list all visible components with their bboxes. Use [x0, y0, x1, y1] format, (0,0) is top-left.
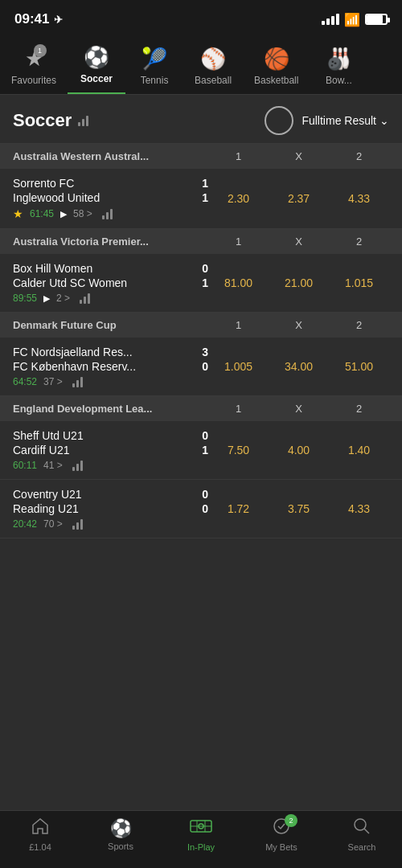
stats-chart-icon — [78, 115, 88, 126]
odds-x[interactable]: 4.00 — [269, 440, 329, 460]
odds-cells: 81.00 21.00 1.015 — [208, 273, 389, 293]
fulltime-result-button[interactable]: Fulltime Result ⌄ — [302, 114, 389, 127]
odds-header: 1 X 2 — [208, 235, 389, 248]
league-header: Australia Western Austral... 1 X 2 — [0, 144, 402, 169]
match-row: FC Nordsjaelland Res... 3 FC København R… — [0, 338, 402, 396]
cat-favourites[interactable]: ★ 1 Favourites — [0, 43, 68, 94]
odds-1[interactable]: 81.00 — [208, 273, 269, 293]
cat-label: Soccer — [80, 73, 113, 84]
live-indicator — [265, 106, 293, 135]
cat-basketball[interactable]: 🏀 Basketball — [243, 43, 310, 94]
cat-soccer[interactable]: ⚽ Soccer — [68, 42, 125, 94]
match-info: Sorrento FC 1 Inglewood United 1 ★ 61:45… — [13, 177, 208, 220]
nav-home[interactable]: £1.04 — [12, 817, 68, 852]
odds-2[interactable]: 1.40 — [329, 440, 389, 460]
cat-label: Favourites — [11, 75, 56, 86]
bowling-icon: 🎳 — [326, 47, 351, 72]
cat-label: Tennis — [141, 75, 169, 86]
odds-x[interactable]: 3.75 — [269, 499, 329, 518]
odds-cells: 7.50 4.00 1.40 — [208, 440, 389, 460]
cat-label: Baseball — [195, 75, 232, 86]
odds-header: 1 X 2 — [208, 150, 389, 162]
market-count[interactable]: 70 > — [43, 518, 63, 530]
bets-badge: 2 — [285, 814, 297, 827]
team-row: Reading U21 0 — [13, 502, 208, 515]
odds-2[interactable]: 1.015 — [329, 273, 389, 293]
league-header: Australia Victoria Premier... 1 X 2 — [0, 229, 402, 254]
odds-1[interactable]: 1.72 — [208, 499, 269, 518]
odds-1[interactable]: 7.50 — [208, 440, 269, 460]
inplay-icon — [189, 817, 213, 840]
team-row: Sorrento FC 1 — [13, 177, 208, 190]
status-icons: 📶 — [322, 12, 388, 27]
cat-label: Basketball — [254, 75, 298, 86]
nav-inplay[interactable]: In-Play — [173, 817, 229, 852]
svg-line-7 — [364, 829, 369, 833]
match-info: FC Nordsjaelland Res... 3 FC København R… — [13, 346, 208, 387]
bottom-nav: £1.04 ⚽ Sports In-Play 2 My — [0, 810, 402, 868]
stats-icon[interactable] — [102, 208, 113, 219]
basketball-icon: 🏀 — [264, 47, 289, 72]
nav-mybets[interactable]: 2 My Bets — [253, 817, 310, 852]
stats-icon[interactable] — [72, 376, 83, 387]
favourite-star[interactable]: ★ — [13, 207, 23, 220]
match-info: Coventry U21 0 Reading U21 0 20:42 70 > — [13, 488, 208, 530]
team-row: Sheff Utd U21 0 — [13, 429, 208, 442]
page-title: Soccer — [13, 110, 88, 131]
match-meta: 89:55 ▶ 2 > — [13, 293, 208, 304]
odds-cells: 1.72 3.75 4.33 — [208, 499, 389, 518]
nav-search[interactable]: Search — [334, 817, 390, 852]
cat-label: Bow... — [326, 75, 352, 86]
sports-icon: ⚽ — [110, 818, 132, 839]
odds-1[interactable]: 2.30 — [208, 189, 269, 208]
odds-header: 1 X 2 — [208, 319, 389, 331]
match-row: Sorrento FC 1 Inglewood United 1 ★ 61:45… — [0, 169, 402, 229]
team-row: Inglewood United 1 — [13, 191, 208, 204]
home-icon — [31, 819, 50, 839]
soccer-icon: ⚽ — [84, 45, 109, 70]
video-icon: ▶ — [43, 293, 50, 304]
cat-bowling[interactable]: 🎳 Bow... — [310, 43, 367, 94]
match-meta: 64:52 37 > — [13, 376, 208, 387]
battery-icon — [365, 14, 388, 25]
odds-2[interactable]: 4.33 — [329, 499, 389, 518]
wifi-icon: 📶 — [344, 12, 360, 27]
odds-2[interactable]: 4.33 — [329, 189, 389, 208]
odds-x[interactable]: 21.00 — [269, 273, 329, 293]
match-info: Box Hill Women 0 Calder Utd SC Women 1 8… — [13, 262, 208, 304]
odds-header: 1 X 2 — [208, 403, 389, 415]
stats-icon[interactable] — [80, 293, 90, 304]
cat-baseball[interactable]: ⚾ Baseball — [183, 43, 243, 94]
odds-2[interactable]: 51.00 — [329, 357, 389, 376]
status-time: 09:41 ✈ — [14, 11, 63, 27]
league-header: Denmark Future Cup 1 X 2 — [0, 313, 402, 338]
odds-x[interactable]: 34.00 — [269, 357, 329, 376]
nav-sports[interactable]: ⚽ Sports — [92, 818, 149, 851]
match-row: Box Hill Women 0 Calder Utd SC Women 1 8… — [0, 254, 402, 313]
search-icon — [352, 817, 371, 840]
market-count[interactable]: 41 > — [43, 460, 63, 471]
match-row: Coventry U21 0 Reading U21 0 20:42 70 > … — [0, 480, 402, 538]
chevron-down-icon: ⌄ — [379, 114, 389, 127]
signal-icon — [322, 14, 339, 25]
match-meta: 20:42 70 > — [13, 518, 208, 530]
tennis-icon: 🎾 — [142, 47, 167, 72]
match-meta: 60:11 41 > — [13, 460, 208, 471]
team-row: Calder Utd SC Women 1 — [13, 276, 208, 289]
odds-x[interactable]: 2.37 — [269, 189, 329, 208]
team-row: FC Nordsjaelland Res... 3 — [13, 346, 208, 358]
league-header: England Development Lea... 1 X 2 — [0, 396, 402, 421]
cat-tennis[interactable]: 🎾 Tennis — [125, 43, 183, 94]
team-row: FC København Reserv... 0 — [13, 360, 208, 373]
svg-point-6 — [355, 819, 366, 830]
status-bar: 09:41 ✈ 📶 — [0, 0, 402, 35]
stats-icon[interactable] — [72, 460, 83, 471]
stats-icon[interactable] — [72, 518, 83, 530]
odds-1[interactable]: 1.005 — [208, 357, 269, 376]
team-row: Cardiff U21 1 — [13, 444, 208, 457]
market-count[interactable]: 2 > — [56, 293, 70, 304]
market-count[interactable]: 58 > — [73, 208, 92, 219]
odds-cells: 2.30 2.37 4.33 — [208, 189, 389, 208]
baseball-icon: ⚾ — [200, 47, 226, 72]
market-count[interactable]: 37 > — [43, 376, 63, 387]
